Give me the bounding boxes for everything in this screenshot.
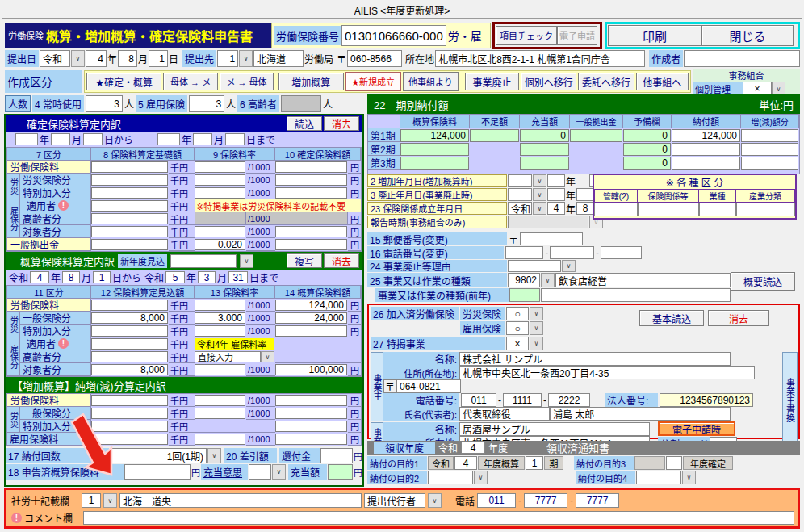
owner-tel3[interactable]: 2222 — [548, 393, 590, 407]
cat-tajiso-he-button[interactable]: 他事組へ — [636, 73, 689, 90]
kakutei-clear-button[interactable]: 消去 — [324, 116, 359, 131]
f16-t3[interactable] — [601, 246, 642, 259]
kak-korei-base[interactable] — [91, 213, 168, 224]
f26-koyo-value[interactable]: ○ — [506, 321, 529, 335]
gai-rosai1-rate[interactable]: 3.000 — [195, 312, 245, 324]
kak-to-month[interactable] — [193, 133, 212, 145]
f2-y[interactable] — [547, 174, 565, 187]
gai-rodo-base[interactable] — [91, 300, 168, 311]
gai-from-month[interactable]: 8 — [62, 271, 80, 283]
daiko-dropdown[interactable]: ∨ — [428, 493, 442, 508]
kanpu-field[interactable] — [320, 448, 353, 463]
f3-m[interactable] — [576, 188, 594, 201]
zo-rosai1-rate[interactable] — [195, 408, 245, 419]
mikomi-dropdown[interactable]: ∨ — [240, 254, 253, 268]
gai-rodo-rate[interactable] — [195, 300, 245, 311]
ki2-gaisan[interactable] — [400, 143, 469, 156]
f23-m[interactable]: 8 — [576, 202, 594, 215]
gai-taisho-amt[interactable]: 100,000 — [275, 364, 347, 375]
gai-to-year[interactable]: 5 — [165, 271, 185, 283]
rep-name-field[interactable]: 浦島 太郎 — [550, 407, 731, 421]
bot-tel1[interactable]: 011 — [477, 493, 516, 508]
f2-dropdown[interactable]: ∨ — [533, 174, 546, 187]
f3-era[interactable] — [508, 188, 532, 201]
ki1-zogen[interactable] — [741, 129, 798, 142]
direct-input-dropdown[interactable]: ∨ — [261, 351, 274, 362]
ki1-yobi[interactable]: 0 — [623, 129, 671, 142]
rep-title-field[interactable]: 代表取締役 — [459, 407, 550, 421]
gai-rosai2-base[interactable] — [91, 325, 168, 337]
gai-to-day[interactable]: 31 — [228, 271, 248, 283]
f26-rosai-dropdown[interactable]: ∨ — [530, 307, 543, 320]
f5-field[interactable]: 3 — [189, 95, 224, 112]
zo-koyo-rate[interactable] — [195, 434, 245, 445]
e-apply-button[interactable]: 電子申請 — [557, 26, 597, 45]
kak-rodo-amt[interactable] — [275, 161, 347, 173]
kak-rosai2-rate[interactable] — [195, 187, 245, 199]
item-check-button[interactable]: 項目チェック — [496, 26, 557, 45]
ki3-zogen[interactable] — [741, 157, 798, 170]
print-button[interactable]: 印刷 — [608, 25, 701, 46]
f24-dropdown[interactable]: ∨ — [562, 260, 576, 272]
f26-koyo-dropdown[interactable]: ∨ — [530, 321, 543, 335]
dest-no-field[interactable]: 1 — [217, 50, 238, 67]
kak-taisho-base[interactable] — [91, 226, 168, 237]
zo-koyo-amt[interactable] — [275, 434, 347, 445]
insurance-no-field[interactable]: 01301066660-000 — [341, 25, 446, 46]
zo-rodo-base[interactable] — [91, 395, 168, 406]
ki3-juto[interactable] — [520, 157, 569, 170]
gai-from-year[interactable]: 4 — [30, 271, 49, 283]
cat-kakutei-gaisan-button[interactable]: ★確定・概算 — [86, 73, 161, 90]
kak-from-year[interactable] — [15, 133, 38, 145]
gai-to-month[interactable]: 3 — [198, 271, 216, 283]
f23-era[interactable]: 令和 — [508, 202, 532, 215]
zo-rosai2-amt[interactable] — [275, 421, 347, 432]
kak-rosai2-base[interactable] — [91, 187, 168, 199]
kakikae-strip[interactable]: 事業主書換 — [782, 352, 798, 447]
m2-dropdown[interactable]: ∨ — [474, 471, 488, 484]
cat-itaku-iko-button[interactable]: 委託へ移行 — [578, 73, 634, 90]
gai-rosai2-rate[interactable] — [195, 325, 245, 337]
houkoku-select[interactable] — [508, 216, 588, 228]
bot-tel2[interactable]: 7777 — [524, 493, 567, 508]
kakusyu-kankatsu[interactable] — [594, 203, 638, 216]
gai-taisho-rate[interactable] — [195, 364, 245, 375]
ki2-nofu[interactable] — [672, 143, 740, 156]
nofu-kaisu-select[interactable]: 1回(1期) — [110, 448, 207, 463]
sharoshi-no[interactable]: 1 — [82, 493, 101, 508]
postal-field[interactable]: 060-8566 — [347, 50, 402, 67]
kak-rosai2-amt[interactable] — [275, 187, 347, 199]
gai-rodo-amt[interactable]: 124,000 — [275, 300, 347, 311]
f23-dropdown[interactable]: ∨ — [533, 202, 546, 215]
kak-from-month[interactable] — [51, 133, 70, 145]
f6-field[interactable] — [281, 95, 321, 112]
m1-year[interactable]: 4 — [454, 456, 477, 470]
owner-tel2[interactable]: 1111 — [503, 393, 542, 407]
f25-code[interactable]: 9802 — [508, 273, 540, 287]
gai-rosai1-amt[interactable]: 24,000 — [275, 312, 347, 324]
denshi-time-button[interactable]: 電子申請時 — [658, 421, 735, 436]
m4-dropdown[interactable]: ∨ — [682, 471, 696, 484]
juto-gaku-field[interactable] — [328, 464, 353, 480]
kak-to-year[interactable] — [157, 133, 180, 145]
gai-tekiyo-base[interactable] — [91, 338, 168, 350]
kak-taisho-rate[interactable] — [195, 226, 245, 237]
m3-field[interactable] — [666, 456, 682, 470]
f25b-field[interactable] — [541, 288, 731, 302]
ki3-gaisan[interactable] — [400, 157, 469, 170]
direct-input-select[interactable]: 直接入力 — [195, 351, 261, 362]
ryoshu-year-field[interactable]: 4 — [461, 442, 485, 454]
submit-era-field[interactable]: 令和 — [40, 50, 70, 67]
kak-ippan-rate[interactable]: 0.020 — [195, 239, 245, 250]
sharoshi-dropdown[interactable]: ∨ — [103, 493, 117, 508]
kak-ippan-base[interactable] — [91, 239, 168, 250]
gai-taisho-base[interactable]: 8,000 — [91, 364, 168, 375]
gai-rosai2-amt[interactable] — [275, 325, 347, 337]
zo-rodo-amt[interactable] — [275, 395, 347, 406]
dest-dropdown[interactable]: ∨ — [239, 50, 253, 67]
owner-addr-field[interactable]: 札幌市中央区北一条西20丁目4-35 — [459, 366, 755, 379]
ki2-juto[interactable] — [520, 143, 569, 156]
owner-name-field[interactable]: 株式会社 サンプル — [459, 352, 731, 366]
ki1-juto[interactable]: 0 — [520, 129, 569, 142]
owner-postal-field[interactable]: 064-0821 — [396, 379, 461, 393]
